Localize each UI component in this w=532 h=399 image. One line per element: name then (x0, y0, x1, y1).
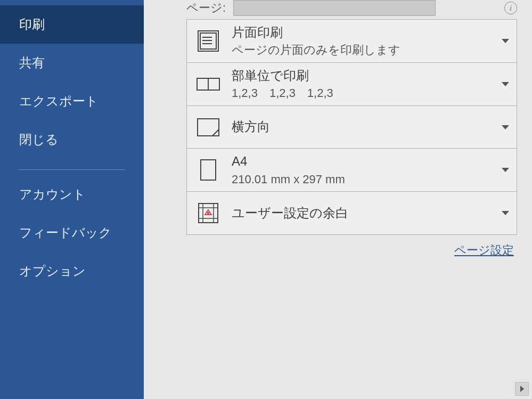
print-sides-sub: ページの片面のみを印刷します (232, 42, 497, 58)
pages-label: ページ: (186, 0, 226, 16)
margins-dropdown[interactable]: ユーザー設定の余白 (187, 192, 517, 234)
paper-size-title: A4 (232, 153, 497, 170)
chevron-down-icon (502, 82, 509, 86)
margins-icon (192, 202, 224, 224)
collate-dropdown[interactable]: 部単位で印刷 1,2,3 1,2,3 1,2,3 (187, 63, 517, 106)
print-sides-dropdown[interactable]: 片面印刷 ページの片面のみを印刷します (187, 20, 517, 63)
pages-input[interactable] (233, 0, 436, 16)
collate-sub: 1,2,3 1,2,3 1,2,3 (232, 85, 497, 101)
page-setup-link[interactable]: ページ設定 (144, 242, 514, 258)
collate-icon (192, 76, 224, 92)
scroll-right-button[interactable] (515, 382, 529, 396)
orientation-title: 横方向 (232, 118, 497, 135)
sidebar-item-feedback[interactable]: フィードバック (0, 214, 144, 252)
paper-size-sub: 210.01 mm x 297 mm (232, 172, 497, 188)
sidebar-item-print[interactable]: 印刷 (0, 5, 144, 44)
page-icon (192, 159, 224, 181)
landscape-icon (192, 118, 224, 137)
sidebar-divider (19, 169, 125, 170)
sidebar-item-export[interactable]: エクスポート (0, 82, 144, 120)
svg-point-13 (207, 212, 209, 214)
print-settings-list: 片面印刷 ページの片面のみを印刷します 部単位で印刷 1,2,3 1,2,3 1… (186, 19, 517, 235)
print-sides-title: 片面印刷 (232, 24, 497, 41)
sidebar-item-account[interactable]: アカウント (0, 175, 144, 214)
sidebar-item-share[interactable]: 共有 (0, 44, 144, 82)
one-sided-icon (192, 29, 224, 53)
orientation-dropdown[interactable]: 横方向 (187, 106, 517, 149)
info-icon[interactable]: i (504, 2, 517, 14)
chevron-down-icon (502, 125, 509, 129)
collate-title: 部単位で印刷 (232, 67, 497, 84)
svg-rect-7 (201, 160, 216, 180)
chevron-down-icon (502, 168, 509, 172)
chevron-down-icon (502, 39, 509, 43)
sidebar-item-close[interactable]: 閉じる (0, 120, 144, 159)
paper-size-dropdown[interactable]: A4 210.01 mm x 297 mm (187, 149, 517, 192)
margins-title: ユーザー設定の余白 (232, 205, 497, 222)
backstage-sidebar: 印刷 共有 エクスポート 閉じる アカウント フィードバック オプション (0, 0, 144, 399)
print-settings-panel: ページ: i 片面印刷 ページの片面のみを印刷します (144, 0, 532, 399)
sidebar-item-options[interactable]: オプション (0, 252, 144, 290)
pages-row: ページ: i (144, 0, 532, 19)
chevron-down-icon (502, 211, 509, 215)
